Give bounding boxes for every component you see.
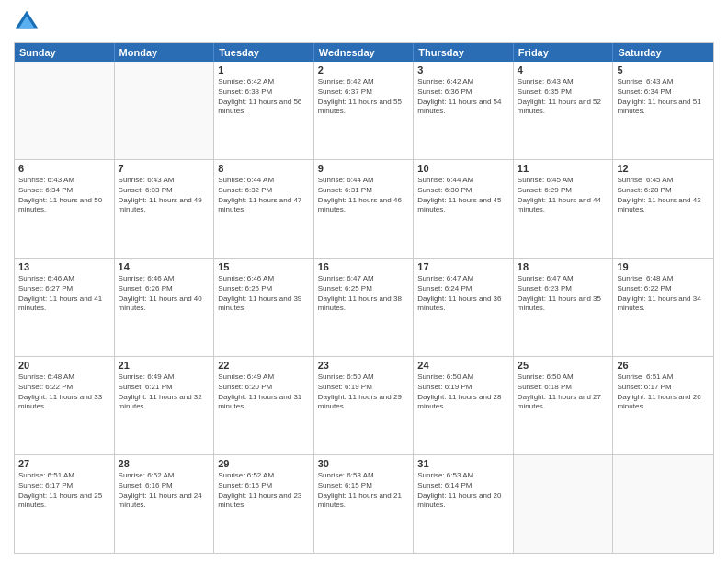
day-number: 20	[18, 360, 110, 371]
day-number: 21	[119, 360, 210, 371]
cell-info: Sunrise: 6:47 AM Sunset: 6:25 PM Dayligh…	[318, 274, 410, 314]
day-number: 18	[518, 261, 609, 272]
calendar: SundayMondayTuesdayWednesdayThursdayFrid…	[14, 42, 714, 554]
calendar-cell: 28Sunrise: 6:52 AM Sunset: 6:16 PM Dayli…	[115, 455, 215, 553]
cell-info: Sunrise: 6:46 AM Sunset: 6:27 PM Dayligh…	[18, 274, 110, 314]
cell-info: Sunrise: 6:44 AM Sunset: 6:30 PM Dayligh…	[417, 176, 509, 215]
day-number: 27	[18, 458, 110, 469]
calendar-week-row: 27Sunrise: 6:51 AM Sunset: 6:17 PM Dayli…	[15, 455, 713, 553]
calendar-cell: 14Sunrise: 6:46 AM Sunset: 6:26 PM Dayli…	[115, 259, 215, 356]
cell-info: Sunrise: 6:43 AM Sunset: 6:34 PM Dayligh…	[617, 77, 710, 117]
calendar-cell: 9Sunrise: 6:44 AM Sunset: 6:31 PM Daylig…	[314, 160, 415, 258]
calendar-cell: 23Sunrise: 6:50 AM Sunset: 6:19 PM Dayli…	[314, 357, 415, 454]
calendar-cell: 31Sunrise: 6:53 AM Sunset: 6:14 PM Dayli…	[414, 455, 514, 553]
weekday-header: Sunday	[15, 43, 115, 62]
weekday-header: Saturday	[613, 43, 713, 62]
cell-info: Sunrise: 6:50 AM Sunset: 6:19 PM Dayligh…	[318, 373, 410, 412]
cell-info: Sunrise: 6:43 AM Sunset: 6:35 PM Dayligh…	[518, 77, 609, 117]
calendar-body: 1Sunrise: 6:42 AM Sunset: 6:38 PM Daylig…	[15, 62, 713, 553]
day-number: 8	[218, 163, 310, 174]
weekday-header: Tuesday	[214, 43, 314, 62]
calendar-cell: 3Sunrise: 6:42 AM Sunset: 6:36 PM Daylig…	[414, 62, 514, 159]
cell-info: Sunrise: 6:53 AM Sunset: 6:15 PM Dayligh…	[318, 471, 410, 511]
cell-info: Sunrise: 6:49 AM Sunset: 6:20 PM Dayligh…	[218, 373, 310, 412]
day-number: 9	[318, 163, 410, 174]
day-number: 22	[218, 360, 310, 371]
calendar-week-row: 6Sunrise: 6:43 AM Sunset: 6:34 PM Daylig…	[15, 160, 713, 259]
calendar-cell: 4Sunrise: 6:43 AM Sunset: 6:35 PM Daylig…	[514, 62, 614, 159]
header	[14, 9, 714, 35]
day-number: 3	[417, 64, 509, 75]
day-number: 29	[218, 458, 310, 469]
calendar-cell: 30Sunrise: 6:53 AM Sunset: 6:15 PM Dayli…	[314, 455, 415, 553]
day-number: 4	[518, 64, 609, 75]
cell-info: Sunrise: 6:53 AM Sunset: 6:14 PM Dayligh…	[417, 471, 509, 511]
day-number: 10	[417, 163, 509, 174]
weekday-header: Monday	[115, 43, 215, 62]
calendar-week-row: 13Sunrise: 6:46 AM Sunset: 6:27 PM Dayli…	[15, 259, 713, 357]
cell-info: Sunrise: 6:52 AM Sunset: 6:16 PM Dayligh…	[119, 471, 210, 511]
calendar-cell: 7Sunrise: 6:43 AM Sunset: 6:33 PM Daylig…	[115, 160, 215, 258]
cell-info: Sunrise: 6:50 AM Sunset: 6:19 PM Dayligh…	[417, 373, 509, 412]
calendar-cell: 11Sunrise: 6:45 AM Sunset: 6:29 PM Dayli…	[514, 160, 614, 258]
day-number: 15	[218, 261, 310, 272]
weekday-header: Wednesday	[314, 43, 415, 62]
calendar-week-row: 1Sunrise: 6:42 AM Sunset: 6:38 PM Daylig…	[15, 62, 713, 160]
cell-info: Sunrise: 6:48 AM Sunset: 6:22 PM Dayligh…	[18, 373, 110, 412]
cell-info: Sunrise: 6:42 AM Sunset: 6:37 PM Dayligh…	[318, 77, 410, 117]
calendar-cell: 20Sunrise: 6:48 AM Sunset: 6:22 PM Dayli…	[15, 357, 115, 454]
calendar-cell: 5Sunrise: 6:43 AM Sunset: 6:34 PM Daylig…	[613, 62, 713, 159]
calendar-cell: 22Sunrise: 6:49 AM Sunset: 6:20 PM Dayli…	[214, 357, 314, 454]
cell-info: Sunrise: 6:45 AM Sunset: 6:28 PM Dayligh…	[617, 176, 710, 215]
day-number: 5	[617, 64, 710, 75]
cell-info: Sunrise: 6:42 AM Sunset: 6:38 PM Dayligh…	[218, 77, 310, 117]
cell-info: Sunrise: 6:44 AM Sunset: 6:31 PM Dayligh…	[318, 176, 410, 215]
day-number: 13	[18, 261, 110, 272]
day-number: 17	[417, 261, 509, 272]
logo-icon	[14, 9, 40, 35]
cell-info: Sunrise: 6:51 AM Sunset: 6:17 PM Dayligh…	[18, 471, 110, 511]
calendar-cell: 26Sunrise: 6:51 AM Sunset: 6:17 PM Dayli…	[613, 357, 713, 454]
logo	[14, 9, 43, 35]
cell-info: Sunrise: 6:46 AM Sunset: 6:26 PM Dayligh…	[119, 274, 210, 314]
day-number: 16	[318, 261, 410, 272]
day-number: 6	[18, 163, 110, 174]
day-number: 24	[417, 360, 509, 371]
day-number: 1	[218, 64, 310, 75]
day-number: 14	[119, 261, 210, 272]
calendar-cell: 29Sunrise: 6:52 AM Sunset: 6:15 PM Dayli…	[214, 455, 314, 553]
cell-info: Sunrise: 6:48 AM Sunset: 6:22 PM Dayligh…	[617, 274, 710, 314]
calendar-cell: 6Sunrise: 6:43 AM Sunset: 6:34 PM Daylig…	[15, 160, 115, 258]
cell-info: Sunrise: 6:42 AM Sunset: 6:36 PM Dayligh…	[417, 77, 509, 117]
cell-info: Sunrise: 6:44 AM Sunset: 6:32 PM Dayligh…	[218, 176, 310, 215]
weekday-header: Thursday	[414, 43, 514, 62]
weekday-header: Friday	[514, 43, 614, 62]
calendar-cell: 8Sunrise: 6:44 AM Sunset: 6:32 PM Daylig…	[214, 160, 314, 258]
cell-info: Sunrise: 6:46 AM Sunset: 6:26 PM Dayligh…	[218, 274, 310, 314]
calendar-cell: 13Sunrise: 6:46 AM Sunset: 6:27 PM Dayli…	[15, 259, 115, 356]
day-number: 7	[119, 163, 210, 174]
cell-info: Sunrise: 6:43 AM Sunset: 6:33 PM Dayligh…	[119, 176, 210, 215]
day-number: 25	[518, 360, 609, 371]
day-number: 19	[617, 261, 710, 272]
day-number: 23	[318, 360, 410, 371]
cell-info: Sunrise: 6:52 AM Sunset: 6:15 PM Dayligh…	[218, 471, 310, 511]
calendar-cell: 21Sunrise: 6:49 AM Sunset: 6:21 PM Dayli…	[115, 357, 215, 454]
day-number: 26	[617, 360, 710, 371]
calendar-cell	[514, 455, 614, 553]
day-number: 12	[617, 163, 710, 174]
calendar-cell	[613, 455, 713, 553]
day-number: 11	[518, 163, 609, 174]
calendar-cell: 24Sunrise: 6:50 AM Sunset: 6:19 PM Dayli…	[414, 357, 514, 454]
calendar-cell: 25Sunrise: 6:50 AM Sunset: 6:18 PM Dayli…	[514, 357, 614, 454]
calendar-cell: 2Sunrise: 6:42 AM Sunset: 6:37 PM Daylig…	[314, 62, 415, 159]
day-number: 2	[318, 64, 410, 75]
calendar-header: SundayMondayTuesdayWednesdayThursdayFrid…	[15, 43, 713, 62]
cell-info: Sunrise: 6:47 AM Sunset: 6:24 PM Dayligh…	[417, 274, 509, 314]
calendar-cell: 1Sunrise: 6:42 AM Sunset: 6:38 PM Daylig…	[214, 62, 314, 159]
calendar-week-row: 20Sunrise: 6:48 AM Sunset: 6:22 PM Dayli…	[15, 357, 713, 455]
calendar-cell: 18Sunrise: 6:47 AM Sunset: 6:23 PM Dayli…	[514, 259, 614, 356]
calendar-cell: 17Sunrise: 6:47 AM Sunset: 6:24 PM Dayli…	[414, 259, 514, 356]
calendar-cell: 15Sunrise: 6:46 AM Sunset: 6:26 PM Dayli…	[214, 259, 314, 356]
cell-info: Sunrise: 6:47 AM Sunset: 6:23 PM Dayligh…	[518, 274, 609, 314]
